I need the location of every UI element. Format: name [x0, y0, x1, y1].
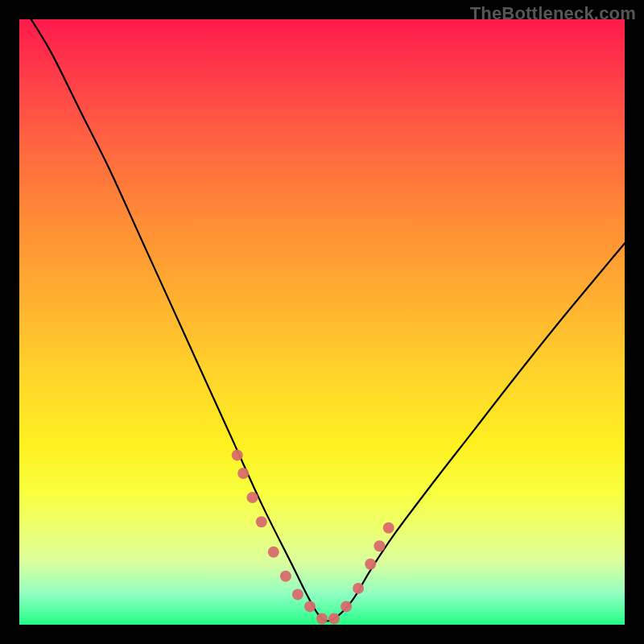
highlight-dot: [247, 492, 258, 503]
highlight-dot: [383, 522, 394, 534]
highlight-dot: [232, 449, 243, 460]
chart-plot-area: [19, 19, 625, 625]
watermark-text: TheBottleneck.com: [470, 3, 636, 24]
bottleneck-curve: [19, 19, 625, 621]
highlight-dot: [328, 613, 340, 625]
highlight-dot: [304, 601, 316, 612]
highlight-dot: [316, 613, 328, 625]
highlight-dot: [256, 516, 267, 527]
bottleneck-curve-svg: [19, 19, 625, 625]
highlight-dot: [268, 547, 279, 558]
highlight-dot: [280, 571, 291, 582]
highlight-dot: [237, 468, 249, 479]
highlight-dot: [365, 559, 376, 570]
highlight-dot: [374, 540, 385, 551]
highlight-dot: [341, 601, 352, 612]
highlight-dot: [292, 588, 303, 600]
curve-line: [19, 19, 625, 621]
highlight-dots: [232, 449, 394, 624]
highlight-dot: [353, 583, 364, 594]
